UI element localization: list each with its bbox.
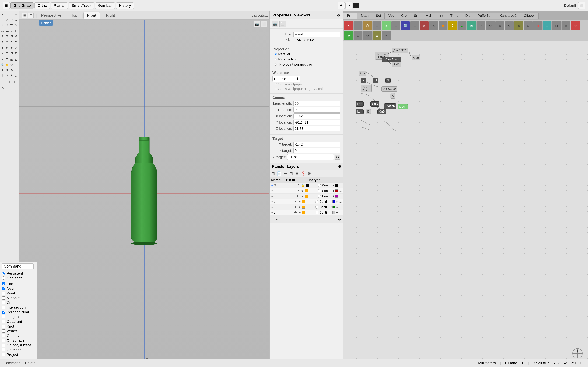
viewport-grid-icon-2[interactable]: ☰ [28, 13, 34, 18]
gh-icon-4[interactable]: ▷ [382, 21, 391, 30]
layer-color-2[interactable] [305, 195, 308, 198]
gh-icon-24[interactable]: ⊗ [571, 21, 580, 30]
color-swatch[interactable] [353, 3, 359, 8]
snap-on-mesh[interactable]: On mesh [2, 348, 35, 352]
layer-linetype-arrow-3[interactable]: ⬆ [330, 200, 332, 203]
layers-add-icon[interactable]: 📄 [277, 171, 282, 176]
gh-tab-dis[interactable]: Dis [462, 13, 474, 19]
curve-tool[interactable]: ⌒ [9, 12, 14, 17]
layers-sun-icon[interactable]: ☀ [308, 171, 311, 176]
gh-node-station1[interactable]: Station [384, 103, 396, 109]
layer-linetype-arrow-1[interactable]: ⬆ [333, 189, 335, 192]
perspective-radio[interactable]: Perspective [275, 57, 340, 61]
bottle-object[interactable] [118, 132, 171, 255]
orbit-tool[interactable]: ⟳ [9, 62, 14, 67]
layers-gear-icon[interactable]: ⚙ [338, 217, 341, 221]
layer-eye-5[interactable]: 👁 [294, 211, 297, 214]
gh-icon-14[interactable]: → [476, 21, 485, 30]
smarttrack-button[interactable]: SmartTrack [69, 2, 94, 9]
trim-tool[interactable]: ✂ [9, 39, 14, 44]
gh-node-a1[interactable]: A ● 0.250 [381, 86, 398, 92]
snap-intersection[interactable]: Intersection [2, 305, 35, 309]
gh-icon-16[interactable]: ⊚ [495, 21, 504, 30]
gh-node-geo1[interactable]: Geo [412, 55, 420, 60]
gh-tab-prm[interactable]: Prm [343, 13, 357, 19]
layer-eye-0[interactable]: 👁 [297, 184, 300, 187]
extrude-tool[interactable]: ▬ [5, 28, 9, 33]
tab-top[interactable]: Top [67, 12, 81, 18]
gh-icon-9[interactable]: ⊠ [429, 21, 438, 30]
array-tool[interactable]: ⊞ [5, 51, 9, 56]
gh-tab-trms[interactable]: Trms [447, 13, 462, 19]
ungroup-tool[interactable]: ⊟ [14, 51, 18, 56]
gh-tab-math[interactable]: Math [357, 13, 372, 19]
snap-project[interactable]: Project [2, 352, 35, 357]
gh-icon-0[interactable]: ✕ [344, 21, 353, 30]
gh-icon-23[interactable]: ⊠ [562, 21, 571, 30]
layers-box-icon[interactable]: 🗃 [284, 171, 287, 176]
y-location-input[interactable] [294, 120, 340, 125]
parallel-radio[interactable]: Parallel [275, 52, 340, 56]
command-input[interactable] [2, 263, 34, 269]
layouts-button[interactable]: Layouts... [251, 13, 268, 18]
gh-icon-19[interactable]: ⊝ [524, 21, 533, 30]
layer-color-5[interactable] [302, 211, 305, 214]
fillet-tool[interactable]: ⊗ [14, 34, 18, 39]
gh-icon-7[interactable]: ⊟ [410, 21, 419, 30]
layers-monitor-icon[interactable]: 🖥 [295, 171, 299, 176]
gumball-button[interactable]: Gumball [95, 2, 115, 9]
z-target-input[interactable] [287, 154, 334, 160]
layer-eye-2[interactable]: 👁 [297, 195, 300, 198]
scale-tool[interactable]: ⤢ [14, 45, 18, 50]
camera-icon-btn[interactable]: 📷 [272, 21, 278, 27]
x-target-input[interactable] [294, 142, 340, 147]
properties-settings-icon[interactable]: ⚙ [337, 13, 340, 17]
view-tool[interactable]: 👁 [14, 62, 18, 67]
gh-icon-25[interactable]: ⊛ [344, 31, 353, 40]
gh-node-n4[interactable]: N [385, 78, 391, 83]
mirror-tool[interactable]: ⇔ [0, 51, 5, 56]
layer-color-0[interactable] [306, 184, 309, 187]
layer-eye-3[interactable]: 👁 [294, 200, 297, 203]
block-tool[interactable]: ⊞ [14, 57, 18, 62]
gh-icon-11[interactable]: 7 [448, 21, 457, 30]
snap-near[interactable]: Near [2, 286, 35, 291]
loft-tool[interactable]: ⊞ [14, 28, 18, 33]
split-tool[interactable]: ⊖ [5, 39, 9, 44]
gh-tab-vec[interactable]: Vec [385, 13, 398, 19]
named-sel-tool[interactable]: ⊡ [13, 79, 18, 84]
persistent-radio[interactable]: Persistent [2, 271, 35, 275]
material-tool[interactable]: ◌ [14, 73, 18, 78]
viewport-settings-icon[interactable]: ⬜ [261, 21, 268, 27]
camera-icon[interactable]: 📷 [254, 21, 260, 27]
gh-icon-28[interactable]: ⊜ [372, 31, 381, 40]
gh-icon-2[interactable]: ⬡ [363, 21, 372, 30]
zoom-tool[interactable]: 🔍 [0, 62, 5, 67]
viewport-grid-icon-1[interactable]: ⊞ [22, 13, 27, 18]
gh-icon-3[interactable]: ⊞ [372, 21, 381, 30]
layer-color-3[interactable] [302, 200, 305, 203]
gh-icon-10[interactable]: ★ [439, 21, 448, 30]
gh-icon-21[interactable]: ⊡ [543, 21, 552, 30]
rect-tool[interactable]: □ [9, 17, 14, 22]
gh-icon-17[interactable]: ⊛ [505, 21, 514, 30]
point-tool[interactable]: · [5, 12, 9, 17]
layer-linetype-arrow-0[interactable]: ⬆ [333, 184, 335, 187]
polyline-tool[interactable]: ⌇ [5, 22, 9, 27]
maximize-button[interactable]: ⬜ [578, 2, 585, 9]
snap-quadrant[interactable]: Quadrant [2, 319, 35, 324]
gh-icon-5[interactable]: ⊡ [391, 21, 400, 30]
circle-tool[interactable]: ○ [0, 17, 5, 22]
tab-front[interactable]: Front [84, 12, 100, 18]
layer-lock-1[interactable]: ★ [301, 189, 303, 192]
grasshopper-canvas[interactable]: Factor 10.000 ● N Geo Write Better A ● 0… [343, 41, 588, 367]
gh-icon-22[interactable]: ⊟ [552, 21, 561, 30]
snap-point[interactable]: Point [2, 291, 35, 295]
polygon-tool[interactable]: ⬡ [14, 17, 18, 22]
gh-tab-clipper[interactable]: Clipper [520, 13, 538, 19]
group-tool[interactable]: ⊡ [9, 51, 14, 56]
title-field-input[interactable] [294, 32, 340, 37]
cplane-tool[interactable]: ⊗ [5, 68, 9, 73]
planar-button[interactable]: Planar [51, 2, 68, 9]
layer-lock-4[interactable]: ★ [298, 206, 301, 209]
